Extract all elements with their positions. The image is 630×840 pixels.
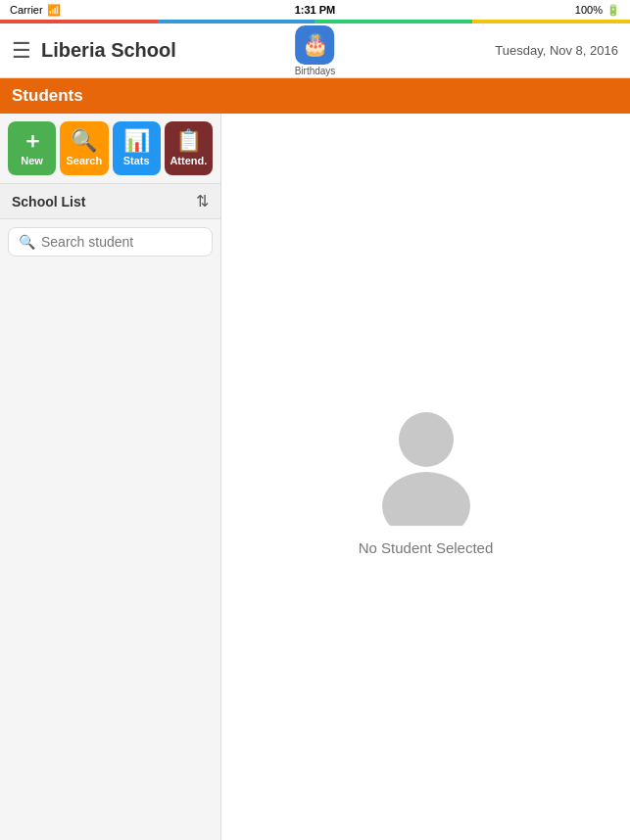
header: ☰ Liberia School 🎂 Birthdays Tuesday, No… <box>0 23 630 78</box>
menu-icon[interactable]: ☰ <box>12 38 31 64</box>
birthdays-icon[interactable]: 🎂 <box>296 25 335 65</box>
header-date: Tuesday, Nov 8, 2016 <box>495 43 618 58</box>
no-student-label: No Student Selected <box>359 539 494 556</box>
toolbar: ＋ New 🔍 Search 📊 Stats 📋 Attend. <box>0 114 220 183</box>
sort-icon[interactable]: ⇅ <box>196 192 209 210</box>
content-area: No Student Selected <box>221 114 630 840</box>
stats-icon: 📊 <box>123 130 150 152</box>
new-label: New <box>21 155 43 166</box>
search-button[interactable]: 🔍 Search <box>60 121 108 175</box>
status-left: Carrier 📶 <box>10 4 61 17</box>
attend-button[interactable]: 📋 Attend. <box>165 121 213 175</box>
search-label: Search <box>67 155 103 166</box>
app-title: Liberia School <box>41 39 176 62</box>
status-time: 1:31 PM <box>295 4 336 16</box>
stats-button[interactable]: 📊 Stats <box>113 121 161 175</box>
plus-icon: ＋ <box>22 130 43 152</box>
search-box-icon: 🔍 <box>19 234 35 250</box>
stats-label: Stats <box>123 155 150 166</box>
search-input[interactable] <box>41 234 202 250</box>
svg-point-1 <box>382 472 470 526</box>
new-button[interactable]: ＋ New <box>8 121 56 175</box>
svg-point-0 <box>399 412 454 467</box>
search-box[interactable]: 🔍 <box>8 227 213 257</box>
status-right: 100% 🔋 <box>575 4 620 17</box>
header-left: ☰ Liberia School <box>12 38 176 64</box>
battery-label: 100% <box>575 4 603 16</box>
main-layout: ＋ New 🔍 Search 📊 Stats 📋 Attend. School … <box>0 114 630 840</box>
carrier-label: Carrier <box>10 4 43 16</box>
birthdays-label: Birthdays <box>295 66 336 76</box>
wifi-icon: 📶 <box>47 4 61 17</box>
avatar-svg <box>367 398 485 526</box>
school-list-label: School List <box>12 194 85 210</box>
status-bar: Carrier 📶 1:31 PM 100% 🔋 <box>0 0 630 20</box>
attend-icon: 📋 <box>175 130 202 152</box>
header-center[interactable]: 🎂 Birthdays <box>295 25 336 76</box>
search-icon: 🔍 <box>71 130 97 152</box>
students-title: Students <box>12 86 83 106</box>
school-list-header: School List ⇅ <box>0 183 220 219</box>
students-bar: Students <box>0 78 630 114</box>
avatar-placeholder <box>367 398 485 526</box>
attend-label: Attend. <box>170 155 207 166</box>
sidebar: ＋ New 🔍 Search 📊 Stats 📋 Attend. School … <box>0 114 221 840</box>
battery-icon: 🔋 <box>606 4 620 17</box>
